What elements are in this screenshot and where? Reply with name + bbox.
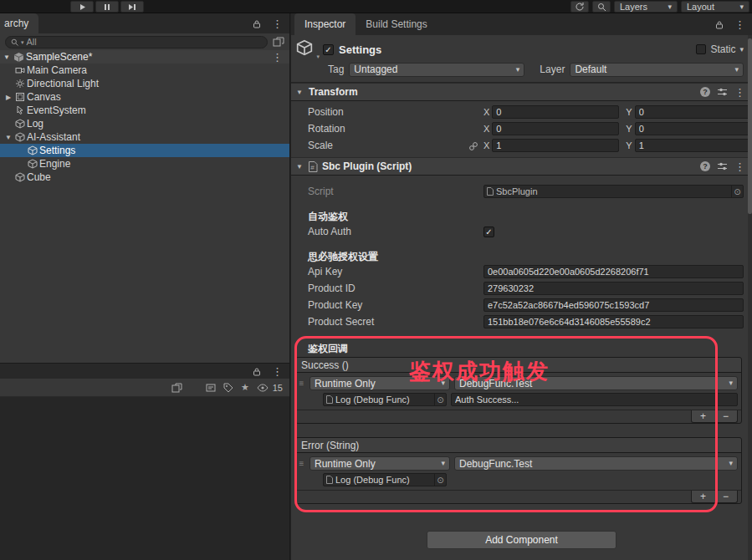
tree-item-main-camera[interactable]: Main Camera: [0, 64, 289, 77]
rotation-x-field[interactable]: [492, 122, 619, 135]
error-target-object-value: Log (Debug Func): [335, 475, 432, 485]
foldout-open-icon[interactable]: ▼: [294, 89, 304, 96]
kebab-menu-icon[interactable]: ⋮: [272, 52, 283, 63]
add-component-button[interactable]: Add Component: [427, 531, 616, 549]
pick-icon[interactable]: [273, 37, 284, 47]
product-id-field[interactable]: [483, 282, 744, 295]
tab-inspector[interactable]: Inspector: [294, 13, 356, 35]
position-y-field[interactable]: [635, 105, 752, 119]
object-picker-icon[interactable]: ⊙: [434, 394, 446, 405]
chevron-down-icon: ▾: [516, 66, 520, 74]
tree-item-ai-assistant[interactable]: ▼ AI-Assistant: [0, 130, 289, 144]
scale-y-field[interactable]: [635, 139, 752, 152]
inspector-scrollbar[interactable]: [748, 35, 752, 560]
scene-row[interactable]: ▼ SampleScene* ⋮: [0, 50, 289, 64]
tree-item-cube[interactable]: Cube: [0, 171, 289, 184]
bottom-panel-tabbar: ⋮: [0, 364, 289, 379]
presets-icon[interactable]: [717, 161, 728, 171]
chevron-down-icon[interactable]: ▾: [739, 46, 744, 53]
product-secret-field[interactable]: [483, 315, 744, 328]
tree-item-log[interactable]: Log: [0, 117, 289, 130]
help-icon[interactable]: ?: [700, 161, 710, 171]
success-function-dropdown[interactable]: DebugFunc.Test ▾: [454, 376, 738, 390]
foldout-open-icon[interactable]: ▼: [2, 53, 12, 61]
lock-icon[interactable]: [253, 19, 261, 28]
tree-item-label: Settings: [39, 145, 75, 156]
gameobject-header: ▾ ✓ Settings Static ▾ Tag Untagged ▾ Lay…: [291, 35, 752, 83]
kebab-menu-icon[interactable]: ⋮: [272, 366, 283, 377]
auto-auth-checkbox[interactable]: ✓: [483, 227, 494, 237]
tab-build-settings[interactable]: Build Settings: [356, 13, 437, 35]
help-icon[interactable]: ?: [700, 87, 710, 97]
error-target-object-field[interactable]: Log (Debug Func) ⊙: [323, 473, 447, 486]
tree-item-settings[interactable]: Settings: [0, 144, 289, 157]
object-picker-icon[interactable]: ⊙: [434, 474, 446, 486]
gameobject-icon-button[interactable]: ▾: [296, 39, 318, 59]
scrollbar-thumb[interactable]: [748, 38, 752, 214]
console-icon[interactable]: [206, 383, 216, 393]
kebab-menu-icon[interactable]: ⋮: [734, 87, 745, 98]
product-key-field[interactable]: [483, 298, 744, 312]
tag-dropdown[interactable]: Untagged ▾: [349, 63, 524, 77]
lock-icon[interactable]: [715, 20, 724, 29]
remove-event-button[interactable]: −: [723, 411, 729, 421]
foldout-open-icon[interactable]: ▼: [3, 134, 13, 141]
success-mode-dropdown[interactable]: Runtime Only ▾: [309, 376, 450, 390]
play-button[interactable]: [70, 1, 94, 13]
step-button[interactable]: [120, 1, 144, 13]
api-key-field[interactable]: [483, 265, 744, 278]
layers-dropdown[interactable]: Layers ▾: [614, 1, 678, 13]
active-checkbox[interactable]: ✓: [323, 44, 334, 55]
static-toggle[interactable]: Static ▾: [696, 43, 744, 55]
transform-header[interactable]: ▼ Transform ? ⋮: [291, 83, 752, 101]
success-argument-field[interactable]: [451, 393, 738, 406]
error-function-dropdown[interactable]: DebugFunc.Test ▾: [454, 456, 738, 471]
transform-title: Transform: [309, 86, 358, 98]
hierarchy-tree: Main Camera Directional Light ▶ Canvas E…: [0, 64, 289, 184]
pause-button[interactable]: [95, 1, 119, 13]
rotation-y-field[interactable]: [635, 122, 752, 135]
tab-hierarchy[interactable]: archy: [0, 13, 38, 33]
foldout-open-icon[interactable]: ▼: [294, 163, 304, 171]
search-button[interactable]: [592, 1, 611, 13]
favorite-star-icon[interactable]: ★: [241, 382, 249, 393]
sbc-plugin-header[interactable]: ▼ # Sbc Plugin (Script) ? ⋮: [291, 157, 752, 176]
tree-item-canvas[interactable]: ▶ Canvas: [0, 90, 289, 104]
remove-event-button[interactable]: −: [723, 491, 729, 501]
csharp-script-icon: #: [309, 161, 318, 172]
position-x-field[interactable]: [492, 105, 619, 119]
refresh-button[interactable]: [570, 1, 589, 13]
kebab-menu-icon[interactable]: ⋮: [734, 161, 745, 172]
layout-dropdown[interactable]: Layout ▾: [681, 1, 749, 13]
kebab-menu-icon[interactable]: ⋮: [734, 19, 745, 30]
add-event-button[interactable]: +: [700, 411, 706, 421]
tree-item-engine[interactable]: Engine: [0, 157, 289, 171]
hierarchy-search-input[interactable]: ▾ All: [5, 36, 268, 48]
kebab-menu-icon[interactable]: ⋮: [272, 18, 283, 29]
script-object-field[interactable]: SbcPlugin ⊙: [483, 185, 744, 198]
scale-link-icon[interactable]: [468, 141, 478, 151]
error-mode-dropdown[interactable]: Runtime Only ▾: [309, 456, 450, 471]
foldout-closed-icon[interactable]: ▶: [3, 94, 13, 101]
svg-text:#: #: [310, 164, 315, 171]
drag-handle-icon[interactable]: ≡: [298, 459, 305, 468]
scale-x-field[interactable]: [492, 139, 619, 152]
layer-dropdown[interactable]: Default ▾: [570, 63, 744, 77]
error-event-header: Error (String): [296, 438, 741, 453]
search-scope-caret-icon[interactable]: ▾: [21, 39, 24, 45]
lock-icon[interactable]: [253, 367, 261, 376]
hierarchy-tabbar: archy ⋮: [0, 13, 289, 33]
add-event-button[interactable]: +: [700, 491, 706, 501]
check-icon: ✓: [485, 227, 492, 237]
eye-icon[interactable]: [257, 384, 269, 392]
tree-item-eventsystem[interactable]: EventSystem: [0, 104, 289, 117]
popout-icon[interactable]: [171, 383, 182, 393]
label-icon[interactable]: [223, 383, 233, 393]
object-picker-icon[interactable]: ⊙: [731, 186, 743, 197]
drag-handle-icon[interactable]: ≡: [298, 379, 305, 388]
presets-icon[interactable]: [717, 87, 728, 97]
tree-item-directional-light[interactable]: Directional Light: [0, 77, 289, 90]
static-checkbox[interactable]: [696, 44, 706, 54]
success-target-object-field[interactable]: Log (Debug Func) ⊙: [323, 393, 447, 406]
csharp-script-icon: [487, 187, 494, 196]
